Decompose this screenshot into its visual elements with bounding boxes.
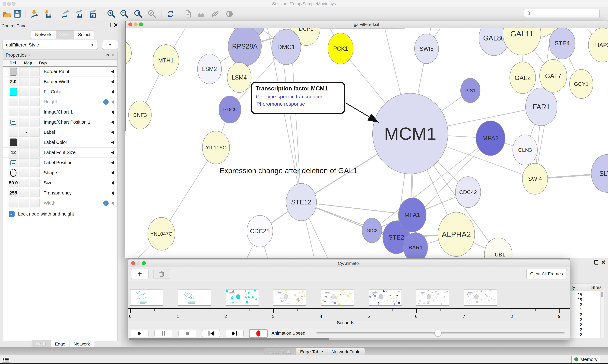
node-CLN3[interactable]: CLN3 [513, 135, 537, 165]
property-row-size[interactable]: 50.0 Size [3, 178, 117, 188]
default-value[interactable]: 50.0 [9, 180, 18, 185]
expand-row-icon[interactable] [111, 181, 114, 185]
bypass-cell[interactable] [30, 199, 40, 208]
tab-select[interactable]: Select [74, 30, 95, 39]
clear-all-frames-button[interactable]: Clear All Frames [526, 269, 567, 279]
property-row-label-color[interactable]: Label Color [3, 137, 117, 147]
frames-timeline-area[interactable] [128, 281, 570, 321]
expand-row-icon[interactable] [111, 130, 114, 134]
property-row-label[interactable]: ⋮› Label [3, 127, 117, 137]
zoom-in-button[interactable] [107, 10, 116, 18]
default-cell[interactable] [9, 199, 18, 208]
expand-row-icon[interactable] [111, 171, 114, 175]
property-row-image-chart-position-1[interactable]: Image/Chart Position 1 [3, 117, 117, 127]
playhead[interactable] [271, 282, 271, 309]
bypass-cell[interactable] [30, 158, 40, 167]
default-cell[interactable] [9, 118, 18, 127]
frame-thumbnail-1[interactable] [178, 289, 211, 305]
scrollbar-thumb[interactable] [601, 292, 603, 297]
import-table-button[interactable] [43, 10, 52, 18]
node-YIL105C[interactable]: YIL105C [202, 131, 230, 164]
delete-frame-button[interactable] [153, 269, 170, 279]
pause-button[interactable] [154, 330, 172, 337]
node-GAL7[interactable]: GAL7 [539, 59, 567, 92]
mapping-cell[interactable] [19, 199, 29, 208]
default-swatch[interactable] [10, 88, 17, 96]
style-options-button[interactable]: ▼ [102, 40, 118, 50]
float-panel-icon[interactable] [107, 23, 111, 27]
record-button[interactable] [249, 330, 267, 337]
bypass-cell[interactable] [30, 88, 40, 96]
status-menu-button[interactable] [2, 357, 10, 363]
bypass-cell[interactable] [30, 67, 40, 76]
expand-row-icon[interactable] [111, 141, 114, 144]
cyanimator-titlebar[interactable]: CyAnimator [128, 260, 570, 267]
default-swatch[interactable] [10, 68, 17, 76]
mapping-cell[interactable] [19, 179, 29, 187]
expand-row-icon[interactable] [111, 191, 114, 195]
property-row-label-font-size[interactable]: 12 Label Font Size [3, 147, 117, 158]
search-input[interactable] [524, 9, 600, 18]
node-GIC2[interactable]: GIC2 [362, 218, 382, 243]
node-LEFTY[interactable] [125, 41, 131, 65]
lock-size-row[interactable]: ✓ Lock node width and height [3, 208, 117, 220]
node-GCY1[interactable]: GCY1 [569, 69, 593, 99]
default-swatch[interactable] [10, 139, 17, 146]
node-MFA2[interactable]: MFA2 [476, 121, 505, 156]
expand-row-icon[interactable] [111, 70, 114, 73]
bypass-cell[interactable] [30, 98, 40, 106]
node-GAL2[interactable]: GAL2 [510, 62, 536, 94]
float-panel-icon[interactable] [594, 260, 598, 265]
node-PDC5[interactable]: PDC5 [219, 96, 241, 123]
property-row-shape[interactable]: Shape [3, 168, 117, 178]
mapping-cell[interactable] [19, 78, 29, 86]
bypass-cell[interactable] [30, 78, 40, 86]
frame-thumbnail-5[interactable] [369, 289, 402, 305]
mapping-cell[interactable] [19, 189, 29, 197]
default-cell[interactable]: 255 [9, 189, 18, 197]
node-PIS1[interactable]: PIS1 [461, 78, 480, 103]
node-ALPHA2[interactable]: ALPHA2 [438, 212, 475, 257]
expand-row-icon[interactable] [111, 151, 114, 154]
position-widget-icon[interactable] [11, 120, 16, 125]
node-SNF3[interactable]: SNF3 [129, 101, 151, 129]
column-centrality[interactable]: ity [571, 285, 575, 290]
expand-row-icon[interactable] [111, 161, 114, 164]
mapping-cell[interactable] [19, 88, 29, 96]
property-row-fill-color[interactable]: Fill Color [3, 87, 117, 97]
frame-thumbnail-7[interactable] [464, 289, 497, 305]
results-column-header[interactable]: ity Stres [570, 284, 600, 291]
slider-thumb[interactable] [434, 329, 442, 337]
zoom-selected-button[interactable] [148, 10, 156, 18]
mapping-cell[interactable]: ⋮› [19, 128, 29, 137]
export-table-button[interactable] [74, 10, 83, 18]
node-MTH1[interactable]: MTH1 [153, 45, 179, 76]
default-cell[interactable] [9, 158, 18, 167]
node-LSM4[interactable]: LSM4 [227, 63, 251, 92]
default-cell[interactable] [9, 98, 18, 106]
property-row-label-position[interactable]: Label Position [3, 158, 117, 168]
default-value[interactable]: 2.0 [10, 79, 16, 84]
column-stress[interactable]: Stres [591, 285, 602, 290]
annotation-box[interactable]: Transcription factor MCM1 Cell-type-spec… [251, 82, 345, 114]
frame-thumbnail-4[interactable] [321, 289, 354, 305]
node-GAL11[interactable]: GAL11 [503, 28, 541, 55]
default-cell[interactable] [9, 88, 18, 96]
expand-row-icon[interactable] [111, 90, 114, 94]
collapse-all-icon[interactable]: « [110, 54, 116, 57]
node-CDC28[interactable]: CDC28 [247, 215, 273, 247]
bypass-cell[interactable] [30, 148, 40, 157]
network-window-titlebar[interactable]: galFiltered.sif [125, 21, 608, 28]
tab-style[interactable]: Style [56, 30, 74, 39]
ellipse-shape-icon[interactable] [10, 169, 16, 177]
panel-tab-edge[interactable]: Edge [51, 340, 69, 348]
node-FAR1[interactable]: FAR1 [525, 88, 557, 126]
property-row-width[interactable]: Width i [3, 198, 117, 208]
tab-network-table[interactable]: Network Table [327, 348, 365, 356]
export-network-button[interactable] [61, 10, 70, 18]
info-icon[interactable]: i [103, 99, 109, 105]
frame-thumbnail-3[interactable] [273, 289, 306, 305]
property-row-image-chart-1[interactable]: Image/Chart 1 [3, 107, 117, 117]
zoom-out-button[interactable] [120, 10, 129, 18]
checkbox-checked-icon[interactable]: ✓ [9, 211, 14, 217]
